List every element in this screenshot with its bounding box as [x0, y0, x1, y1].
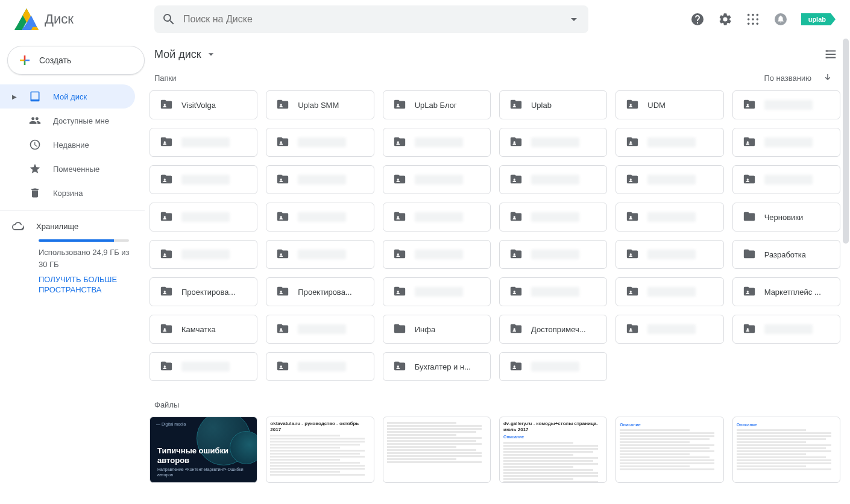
- file-card[interactable]: oktavatula.ru - руководство - октябрь 20…: [266, 417, 374, 483]
- folder-card[interactable]: [266, 315, 374, 344]
- folder-card[interactable]: [615, 277, 723, 306]
- folder-card[interactable]: [150, 240, 257, 269]
- redacted-name: [531, 137, 579, 147]
- folder-card[interactable]: [383, 240, 491, 269]
- file-card[interactable]: Описание: [732, 417, 840, 483]
- svg-point-48: [280, 328, 282, 330]
- svg-point-7: [752, 23, 754, 25]
- shared-folder-icon: [276, 135, 289, 150]
- file-card[interactable]: — Digital mediaТипичные ошибки авторовНа…: [150, 417, 257, 483]
- doc-text-line: [737, 435, 831, 437]
- sidebar-item-starred[interactable]: Помеченные: [0, 157, 135, 181]
- folder-card[interactable]: [266, 352, 374, 381]
- folder-card[interactable]: [499, 352, 607, 381]
- folder-card[interactable]: [383, 277, 491, 306]
- folder-card[interactable]: [499, 203, 607, 232]
- breadcrumb[interactable]: Мой диск: [154, 48, 217, 61]
- folder-card[interactable]: [383, 165, 491, 194]
- storage-upgrade-link[interactable]: ПОЛУЧИТЬ БОЛЬШЕ ПРОСТРАНСТВА: [39, 275, 133, 295]
- folder-card[interactable]: Камчатка: [150, 315, 257, 344]
- folder-card[interactable]: Uplab SMM: [266, 90, 374, 119]
- folder-card[interactable]: [266, 165, 374, 194]
- folder-card[interactable]: [150, 165, 257, 194]
- doc-text-line: [270, 468, 365, 470]
- folder-card[interactable]: Uplab: [499, 90, 607, 119]
- settings-icon[interactable]: [718, 12, 732, 27]
- folder-card[interactable]: [150, 203, 257, 232]
- folder-card[interactable]: [615, 128, 723, 157]
- shared-folder-icon: [743, 172, 756, 187]
- folder-card[interactable]: [266, 240, 374, 269]
- expand-icon[interactable]: ▶: [12, 93, 17, 100]
- folder-card[interactable]: [732, 315, 840, 344]
- folder-card[interactable]: [150, 128, 257, 157]
- scrollbar-thumb[interactable]: [843, 39, 849, 244]
- folder-card[interactable]: Достопримеч...: [499, 315, 607, 344]
- search-bar[interactable]: [154, 5, 588, 33]
- folder-card[interactable]: [266, 203, 374, 232]
- folder-card[interactable]: Проектирова...: [266, 277, 374, 306]
- svg-point-29: [630, 178, 632, 180]
- folder-card[interactable]: [615, 203, 723, 232]
- storage-section: Хранилище Использовано 24,9 ГБ из 30 ГБ …: [0, 215, 145, 300]
- file-card[interactable]: [383, 417, 491, 483]
- scrollbar[interactable]: [842, 39, 850, 504]
- svg-point-34: [514, 216, 515, 218]
- sidebar-item-recent[interactable]: Недавние: [0, 133, 135, 157]
- help-icon[interactable]: [690, 12, 705, 27]
- svg-point-50: [630, 328, 632, 330]
- storage-header[interactable]: Хранилище: [12, 220, 133, 232]
- uplab-badge[interactable]: uplab: [801, 13, 836, 25]
- svg-point-13: [164, 104, 166, 106]
- create-button[interactable]: Создать: [7, 46, 145, 75]
- folder-card[interactable]: [732, 128, 840, 157]
- svg-point-4: [752, 18, 754, 20]
- folder-card[interactable]: [499, 240, 607, 269]
- folder-card[interactable]: [383, 203, 491, 232]
- notifications-icon[interactable]: [773, 12, 788, 27]
- sidebar-item-mydrive[interactable]: ▶ Мой диск: [0, 84, 135, 109]
- logo-area[interactable]: Диск: [10, 7, 154, 31]
- folder-card[interactable]: [732, 90, 840, 119]
- redacted-name: [647, 250, 696, 259]
- file-card[interactable]: dv-gallery.ru - комоды+столы страница- и…: [499, 417, 607, 483]
- files-label: Файлы: [150, 393, 848, 417]
- shared-folder-icon: [626, 247, 639, 262]
- search-dropdown-icon[interactable]: [567, 12, 581, 27]
- apps-icon[interactable]: [746, 12, 760, 27]
- doc-text-line: [620, 450, 714, 452]
- folder-card[interactable]: VisitVolga: [150, 90, 257, 119]
- folder-card[interactable]: [266, 128, 374, 157]
- folder-card[interactable]: Бухгалтер и н...: [383, 352, 491, 381]
- folder-card[interactable]: Проектирова...: [150, 277, 257, 306]
- folder-card[interactable]: Черновики: [732, 203, 840, 232]
- folder-card[interactable]: [732, 165, 840, 194]
- folder-card[interactable]: [499, 128, 607, 157]
- file-card[interactable]: Описание: [615, 417, 723, 483]
- sort-control[interactable]: По названию: [764, 72, 833, 83]
- shared-folder-icon: [160, 98, 173, 113]
- folder-card[interactable]: [615, 240, 723, 269]
- sidebar-item-shared[interactable]: Доступные мне: [0, 109, 135, 133]
- folder-card[interactable]: UpLab Блог: [383, 90, 491, 119]
- folder-card[interactable]: [615, 315, 723, 344]
- folder-card[interactable]: [615, 165, 723, 194]
- nav-label: Доступные мне: [53, 116, 109, 125]
- folder-card[interactable]: [499, 165, 607, 194]
- svg-point-17: [630, 104, 632, 106]
- shared-folder-icon: [393, 172, 406, 187]
- folder-card[interactable]: Разработка: [732, 240, 840, 269]
- shared-folder-icon: [743, 322, 756, 337]
- folder-card[interactable]: Маркетплейс ...: [732, 277, 840, 306]
- folder-card[interactable]: [499, 277, 607, 306]
- folder-card[interactable]: [150, 352, 257, 381]
- svg-point-23: [630, 141, 632, 143]
- folder-card[interactable]: Инфа: [383, 315, 491, 344]
- search-input[interactable]: [176, 14, 567, 25]
- list-view-icon[interactable]: [823, 47, 838, 61]
- svg-point-43: [397, 291, 398, 292]
- folder-card[interactable]: [383, 128, 491, 157]
- nav-label: Недавние: [53, 140, 89, 150]
- sidebar-item-trash[interactable]: Корзина: [0, 181, 135, 205]
- folder-card[interactable]: UDM: [615, 90, 723, 119]
